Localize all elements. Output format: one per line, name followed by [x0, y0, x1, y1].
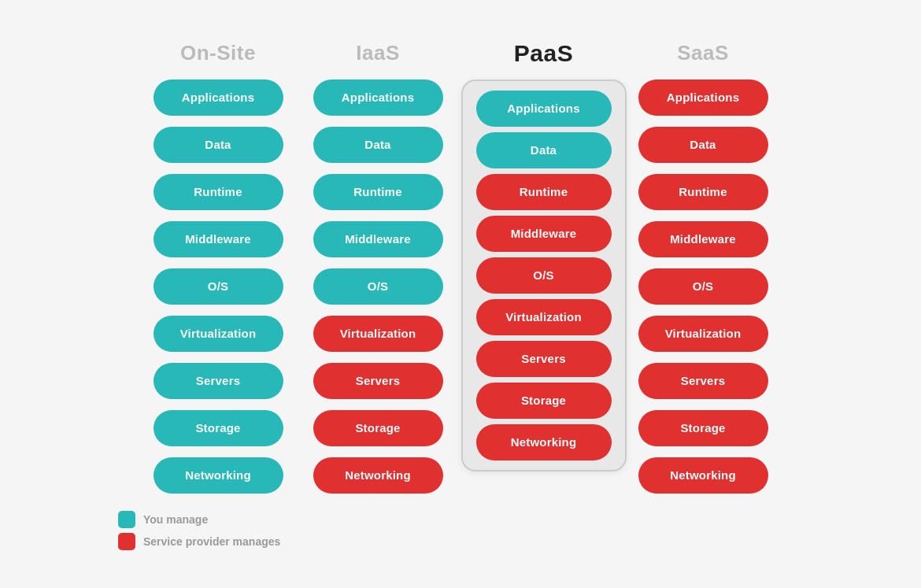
- main-container: On-SiteApplicationsDataRuntimeMiddleware…: [0, 0, 921, 588]
- chip-on-site-2: Runtime: [154, 174, 283, 210]
- legend: You manageService provider manages: [118, 511, 280, 550]
- chip-iaas-2: Runtime: [313, 174, 443, 210]
- col-rows-saas: ApplicationsDataRuntimeMiddlewareO/SVirt…: [638, 80, 768, 494]
- chip-on-site-5: Virtualization: [154, 316, 283, 352]
- chip-on-site-1: Data: [154, 127, 283, 163]
- legend-dot-red: [118, 533, 135, 550]
- column-on-site: On-SiteApplicationsDataRuntimeMiddleware…: [142, 39, 295, 494]
- chip-paas-5: Virtualization: [476, 299, 612, 335]
- legend-item-0: You manage: [118, 511, 280, 528]
- chip-saas-4: O/S: [638, 268, 768, 305]
- legend-label-0: You manage: [143, 513, 208, 526]
- col-rows-iaas: ApplicationsDataRuntimeMiddlewareO/SVirt…: [313, 80, 443, 494]
- chip-saas-1: Data: [638, 127, 768, 163]
- chip-on-site-6: Servers: [154, 363, 283, 399]
- chip-saas-0: Applications: [638, 80, 768, 116]
- chip-saas-5: Virtualization: [638, 316, 768, 352]
- chip-paas-2: Runtime: [476, 174, 612, 210]
- chip-paas-7: Storage: [476, 383, 612, 419]
- chip-iaas-7: Storage: [313, 410, 443, 446]
- chip-paas-0: Applications: [476, 91, 612, 127]
- legend-item-1: Service provider manages: [118, 533, 280, 550]
- chip-iaas-4: O/S: [313, 268, 443, 305]
- chip-saas-6: Servers: [638, 363, 768, 399]
- chip-saas-8: Networking: [638, 457, 768, 494]
- chip-saas-3: Middleware: [638, 221, 768, 257]
- chip-iaas-5: Virtualization: [313, 316, 443, 352]
- paas-card: ApplicationsDataRuntimeMiddlewareO/SVirt…: [461, 80, 627, 472]
- chip-paas-8: Networking: [476, 424, 612, 460]
- chip-on-site-8: Networking: [154, 457, 283, 494]
- chip-paas-1: Data: [476, 132, 612, 168]
- chip-iaas-0: Applications: [313, 80, 443, 116]
- chip-on-site-0: Applications: [154, 80, 283, 116]
- legend-dot-teal: [118, 511, 135, 528]
- chip-paas-3: Middleware: [476, 216, 612, 252]
- col-rows-on-site: ApplicationsDataRuntimeMiddlewareO/SVirt…: [154, 80, 283, 494]
- column-header-paas: PaaS: [514, 39, 573, 68]
- chip-iaas-6: Servers: [313, 363, 443, 399]
- chip-iaas-3: Middleware: [313, 221, 443, 257]
- column-header-iaas: IaaS: [356, 39, 400, 68]
- chip-iaas-8: Networking: [313, 457, 443, 494]
- column-header-on-site: On-Site: [180, 39, 256, 68]
- column-header-saas: SaaS: [677, 39, 729, 68]
- chip-paas-4: O/S: [476, 257, 612, 294]
- columns-wrapper: On-SiteApplicationsDataRuntimeMiddleware…: [142, 39, 780, 494]
- chip-on-site-7: Storage: [154, 410, 283, 446]
- chip-on-site-3: Middleware: [154, 221, 283, 257]
- column-saas: SaaSApplicationsDataRuntimeMiddlewareO/S…: [627, 39, 780, 494]
- column-iaas: IaaSApplicationsDataRuntimeMiddlewareO/S…: [301, 39, 455, 494]
- chip-saas-2: Runtime: [638, 174, 768, 210]
- chip-on-site-4: O/S: [154, 268, 283, 305]
- chip-saas-7: Storage: [638, 410, 768, 446]
- column-paas: PaaSApplicationsDataRuntimeMiddlewareO/S…: [461, 39, 627, 472]
- chip-paas-6: Servers: [476, 341, 612, 377]
- legend-label-1: Service provider manages: [143, 535, 280, 548]
- chip-iaas-1: Data: [313, 127, 443, 163]
